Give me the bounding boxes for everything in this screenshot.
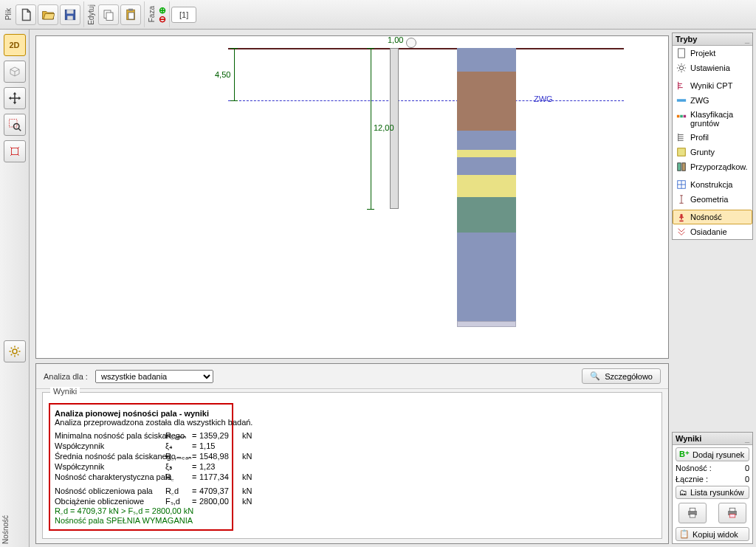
analiza-label: Analiza dla : [44, 372, 88, 381]
svg-rect-15 [677, 115, 680, 118]
details-icon: 🔍 [590, 371, 600, 381]
tryby-item-label: Nośność [690, 213, 722, 221]
tryby-item-przyp[interactable]: Przyporządkow. [673, 159, 752, 174]
settings-button[interactable] [4, 340, 26, 362]
zwg-icon [676, 95, 687, 106]
tryby-item-doc[interactable]: Projekt [673, 46, 752, 61]
svg-rect-20 [682, 163, 685, 171]
soil-layer [457, 233, 516, 321]
tryby-title: Tryby [676, 35, 697, 44]
result-subtitle: Analiza przeprowadzona została dla wszys… [55, 418, 227, 427]
tryby-item-label: Grunty [690, 148, 715, 156]
tryby-item-profil[interactable]: Profil [673, 130, 752, 145]
minimize-icon[interactable]: _ [745, 35, 749, 44]
klass-icon [676, 114, 687, 124]
wyniki-header: Wyniki _ [673, 433, 752, 445]
svg-rect-17 [684, 115, 687, 118]
view-2d-button[interactable]: 2D [4, 34, 26, 56]
side-label: Nośność [1, 515, 10, 544]
svg-rect-1 [67, 10, 74, 13]
tryby-item-label: Przyporządkow. [690, 162, 748, 171]
svg-rect-7 [128, 13, 134, 19]
phase-group: Faza ⊕ ⊖ [146, 1, 170, 27]
tryby-item-nosn[interactable]: Nośność [673, 210, 752, 224]
grunty-icon [676, 147, 687, 157]
edit-group: Edytuj [86, 1, 145, 27]
view-3d-button[interactable] [4, 61, 26, 83]
wyniki-panel: Wyniki _ B⁺ Dodaj rysunek Nośność : 0 Łą… [672, 432, 753, 544]
result-title: Analiza pionowej nośności pala - wyniki [55, 409, 227, 418]
svg-rect-19 [678, 163, 681, 171]
geom-icon [676, 194, 687, 204]
tryby-item-label: Osiadanie [690, 227, 727, 236]
bottom-toolbar: Analiza dla : wszystkie badania 🔍 Szczeg… [36, 364, 668, 389]
minimize-icon[interactable]: _ [745, 434, 749, 443]
paste-button[interactable] [120, 4, 141, 25]
tryby-item-label: Profil [690, 133, 709, 142]
nosnosc-row: Nośność : 0 [676, 464, 749, 472]
new-file-button[interactable] [16, 4, 36, 25]
svg-rect-10 [11, 148, 18, 155]
przyp-icon [676, 162, 687, 172]
dim-gw: 4,50 [215, 70, 230, 79]
print-button[interactable] [678, 503, 707, 523]
result-verdict: Nośność pala SPEŁNIA WYMAGANIA [55, 516, 227, 525]
lacznie-row: Łącznie : 0 [676, 475, 749, 484]
edit-label: Edytuj [87, 4, 95, 25]
pan-button[interactable] [4, 87, 26, 109]
print-color-button[interactable] [718, 503, 746, 523]
tryby-item-label: Ustawienia [690, 63, 730, 72]
cpt-icon [676, 80, 687, 91]
details-button[interactable]: 🔍 Szczegółowo [582, 368, 661, 384]
nosn-icon [676, 212, 687, 222]
svg-point-11 [13, 349, 17, 354]
file-label: Plik [4, 8, 13, 20]
svg-rect-27 [729, 508, 735, 512]
svg-point-13 [679, 66, 683, 69]
zoom-extents-button[interactable] [4, 140, 26, 162]
soil-layer [457, 175, 516, 197]
soil-layer [457, 150, 516, 157]
copy-button[interactable] [98, 4, 119, 25]
zoom-window-button[interactable] [4, 114, 26, 136]
load-marker [406, 38, 416, 48]
tryby-item-gear[interactable]: Ustawienia [673, 61, 752, 75]
svg-rect-25 [690, 515, 695, 518]
tryby-item-grunty[interactable]: Grunty [673, 145, 752, 159]
add-phase-icon[interactable]: ⊕ [159, 6, 166, 15]
save-file-button[interactable] [60, 4, 80, 25]
drawing-list-button[interactable]: 🗂 Lista rysunków [676, 486, 749, 499]
svg-rect-24 [690, 508, 695, 512]
tryby-item-geom[interactable]: Geometria [673, 192, 752, 207]
tryby-item-label: Klasyfikacja gruntów [690, 110, 749, 128]
tryby-item-cpt[interactable]: Wyniki CPT [673, 78, 752, 93]
left-toolbar: 2D Nośność [0, 30, 30, 547]
gear-icon [676, 63, 687, 73]
svg-point-9 [13, 124, 19, 130]
svg-rect-14 [677, 99, 686, 102]
zwg-line [228, 100, 624, 101]
open-file-button[interactable] [38, 4, 58, 25]
analiza-select[interactable]: wszystkie badania [95, 370, 213, 383]
tryby-item-zwg[interactable]: ZWG [673, 93, 752, 108]
stage-button[interactable]: [1] [171, 7, 196, 23]
tryby-item-label: Projekt [690, 49, 715, 58]
ground-line [228, 48, 624, 49]
tryby-item-label: Wyniki CPT [690, 81, 732, 90]
tryby-item-osiad[interactable]: Osiadanie [673, 224, 752, 239]
copy-view-button[interactable]: 📋 Kopiuj widok [676, 527, 749, 541]
add-drawing-icon: B⁺ [679, 450, 690, 459]
phase-label: Faza [148, 6, 156, 22]
svg-rect-4 [106, 13, 113, 21]
tryby-item-konstr[interactable]: Konstrukcja [673, 177, 752, 192]
tryby-item-klass[interactable]: Klasyfikacja gruntów [673, 108, 752, 130]
soil-layer [457, 197, 516, 233]
profil-icon [676, 132, 687, 142]
remove-phase-icon[interactable]: ⊖ [159, 15, 166, 24]
top-toolbar: Plik Edytuj Faza ⊕ ⊖ [1] [0, 0, 756, 30]
konstr-icon [676, 179, 687, 190]
soil-layer [457, 157, 516, 175]
tryby-item-label: Konstrukcja [690, 180, 732, 189]
right-column: Tryby _ ProjektUstawieniaWyniki CPTZWGKl… [672, 30, 756, 547]
add-drawing-button[interactable]: B⁺ Dodaj rysunek [676, 447, 749, 461]
